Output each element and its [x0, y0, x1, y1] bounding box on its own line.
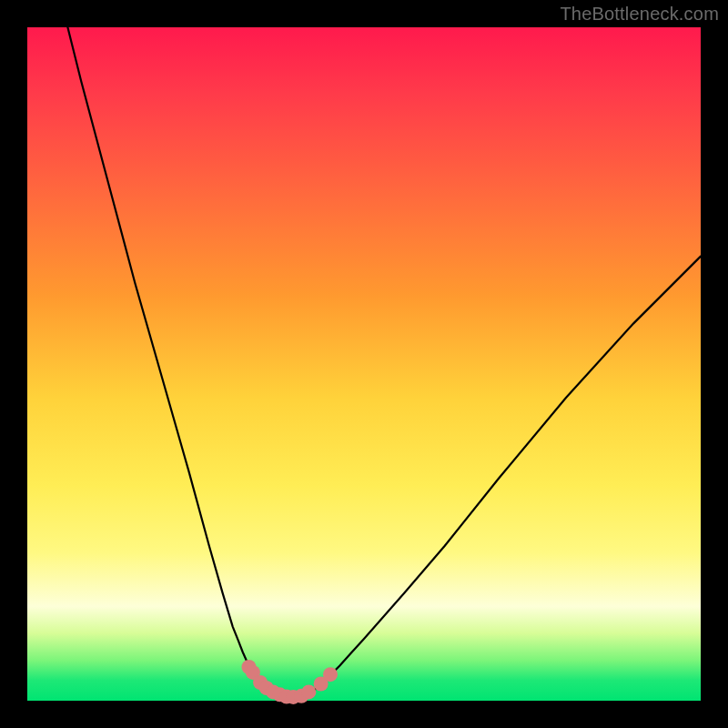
dot — [301, 684, 316, 699]
curve-left — [67, 27, 291, 700]
curve-right — [291, 257, 701, 700]
chart-frame: TheBottleneck.com — [0, 0, 728, 728]
dot — [323, 667, 338, 682]
chart-svg — [27, 27, 701, 701]
marker-dots — [241, 660, 338, 704]
watermark-text: TheBottleneck.com — [560, 4, 719, 25]
